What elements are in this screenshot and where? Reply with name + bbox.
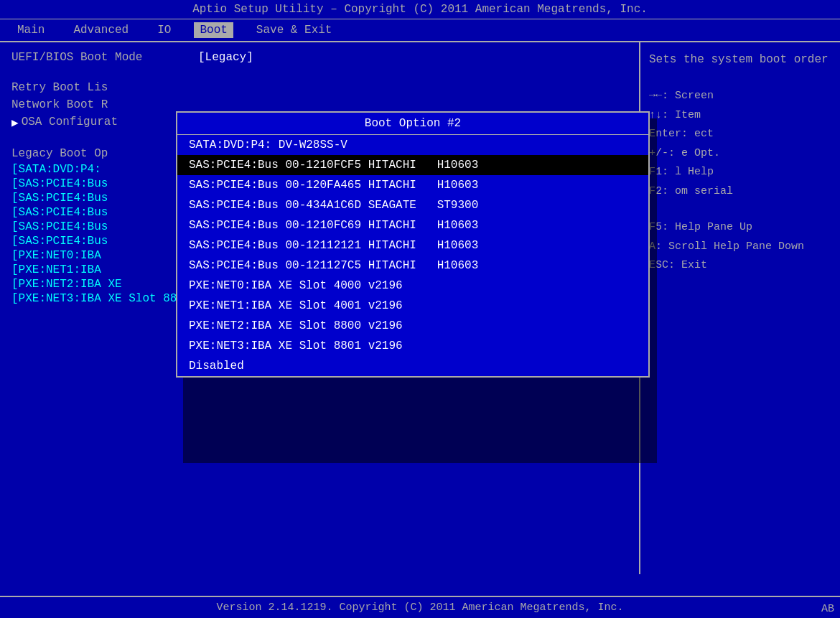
nav-hint: F2: om serial: [649, 184, 831, 200]
setting-network-boot: Network Boot R: [11, 98, 627, 111]
setting-retry-boot: Retry Boot Lis: [11, 81, 627, 94]
boot-option-items: SATA:DVD:P4: DV-W28SS-VSAS:PCIE4:Bus 00-…: [177, 135, 648, 376]
menu-item-save---exit[interactable]: Save & Exit: [251, 22, 338, 38]
menubar: MainAdvancedIOBootSave & Exit: [0, 19, 840, 42]
setting-label-uefi: UEFI/BIOS Boot Mode: [11, 51, 198, 64]
boot-option-item[interactable]: SAS:PCIE4:Bus 00-120FA465 HITACHI H10603: [177, 175, 648, 195]
right-panel: Sets the system boot order →←: Screen↑↓:…: [639, 42, 840, 574]
setting-value-uefi: [Legacy]: [198, 51, 253, 64]
ab-badge: AB: [821, 603, 834, 615]
boot-option-item[interactable]: SAS:PCIE4:Bus 00-434A1C6D SEAGATE ST9300: [177, 195, 648, 215]
boot-option-item[interactable]: PXE:NET0:IBA XE Slot 4000 v2196: [177, 276, 648, 296]
legacy-boot-label-text: Legacy Boot Op: [11, 147, 108, 160]
boot-option-item[interactable]: SAS:PCIE4:Bus 00-1210FCF5 HITACHI H10603: [177, 155, 648, 175]
nav-hint: F1: l Help: [649, 164, 831, 181]
boot-option-item[interactable]: SATA:DVD:P4: DV-W28SS-V: [177, 135, 648, 155]
help-text: Sets the system boot order: [649, 51, 831, 68]
nav-hint: +/-: e Opt.: [649, 146, 831, 162]
boot-option-title: Boot Option #2: [177, 113, 648, 135]
boot-option-title-text: Boot Option #2: [365, 117, 461, 130]
footer: Version 2.14.1219. Copyright (C) 2011 Am…: [0, 596, 840, 618]
nav-hint: →←: Screen: [649, 88, 831, 105]
setting-uefi-bios-boot-mode: UEFI/BIOS Boot Mode [Legacy]: [11, 51, 627, 64]
boot-option-item[interactable]: PXE:NET1:IBA XE Slot 4001 v2196: [177, 296, 648, 316]
menu-item-advanced[interactable]: Advanced: [67, 22, 134, 38]
ab-badge-text: AB: [821, 603, 834, 615]
boot-option-item[interactable]: Disabled: [177, 356, 648, 376]
boot-option-item[interactable]: PXE:NET3:IBA XE Slot 8801 v2196: [177, 336, 648, 356]
nav-hint: Enter: ect: [649, 126, 831, 143]
boot-option-item[interactable]: SAS:PCIE4:Bus 00-12112121 HITACHI H10603: [177, 235, 648, 256]
nav-hint: ↑↓: Item: [649, 108, 831, 124]
arrow-icon: ▶: [11, 116, 19, 130]
boot-option-item[interactable]: PXE:NET2:IBA XE Slot 8800 v2196: [177, 316, 648, 336]
nav-hint: ESC: Exit: [649, 258, 831, 274]
header-title-text: Aptio Setup Utility – Copyright (C) 2011…: [192, 3, 648, 16]
footer-text: Version 2.14.1219. Copyright (C) 2011 Am…: [216, 601, 623, 614]
nav-hint: A: Scroll Help Pane Down: [649, 239, 831, 256]
setting-label-network: Network Boot R: [11, 98, 198, 111]
nav-hint: F5: Help Pane Up: [649, 220, 831, 236]
boot-option-item[interactable]: SAS:PCIE4:Bus 00-1210FC69 HITACHI H10603: [177, 215, 648, 235]
boot-option-dialog[interactable]: Boot Option #2 SATA:DVD:P4: DV-W28SS-VSA…: [176, 111, 650, 378]
menu-item-io[interactable]: IO: [151, 22, 177, 38]
menu-item-main[interactable]: Main: [11, 22, 50, 38]
menu-item-boot[interactable]: Boot: [194, 22, 233, 38]
boot-option-item[interactable]: SAS:PCIE4:Bus 00-121127C5 HITACHI H10603: [177, 256, 648, 276]
setting-label-retry: Retry Boot Lis: [11, 81, 198, 94]
nav-hints: →←: Screen↑↓: ItemEnter: ect+/-: e Opt.F…: [649, 88, 831, 277]
header-title: Aptio Setup Utility – Copyright (C) 2011…: [0, 0, 840, 19]
